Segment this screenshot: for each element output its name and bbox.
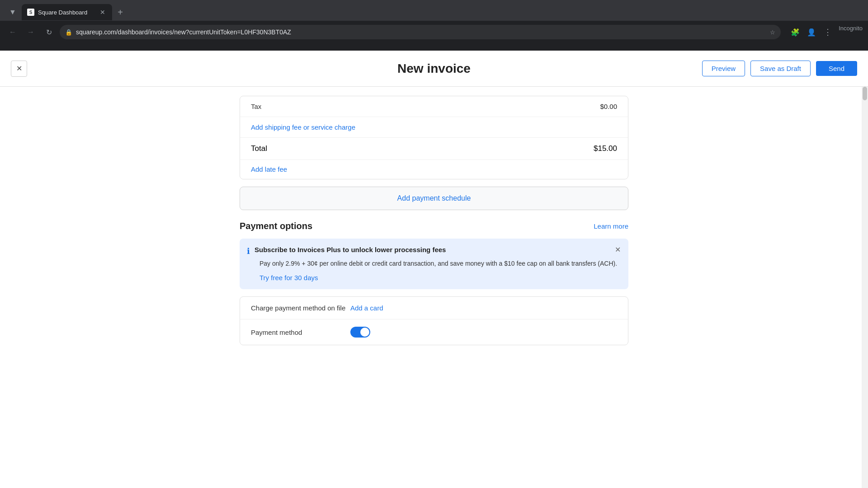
payment-method-toggle[interactable] [350, 327, 370, 338]
late-fee-row: Add late fee [240, 160, 628, 179]
add-payment-schedule-button[interactable]: Add payment schedule [240, 187, 628, 210]
preview-button[interactable]: Preview [702, 61, 745, 76]
incognito-label: Incognito [839, 25, 863, 39]
tax-row: Tax $0.00 [240, 96, 628, 117]
total-row: Total $15.00 [240, 138, 628, 160]
invoice-summary-card: Tax $0.00 Add shipping fee or service ch… [240, 96, 628, 179]
invoices-plus-banner: ℹ Subscribe to Invoices Plus to unlock l… [240, 239, 628, 289]
shipping-row: Add shipping fee or service charge [240, 117, 628, 138]
payment-card: Charge payment method on file Add a card… [240, 296, 628, 345]
tab-title: Square Dashboard [38, 9, 87, 16]
add-card-link[interactable]: Add a card [350, 304, 383, 312]
add-late-fee-link[interactable]: Add late fee [251, 165, 287, 173]
browser-chrome: ▼ S Square Dashboard ✕ + ← → ↻ 🔒 squareu… [0, 0, 868, 51]
add-shipping-link[interactable]: Add shipping fee or service charge [251, 123, 355, 131]
payment-options-header: Payment options Learn more [240, 221, 628, 231]
header-close-btn[interactable]: ✕ [11, 61, 27, 77]
bookmark-star-icon[interactable]: ☆ [770, 29, 775, 36]
save-draft-button[interactable]: Save as Draft [750, 61, 811, 76]
send-button[interactable]: Send [816, 61, 857, 76]
new-tab-btn[interactable]: + [114, 6, 127, 19]
tab-dropdown-btn[interactable]: ▼ [5, 5, 20, 19]
total-value: $15.00 [594, 144, 617, 153]
payment-method-label: Payment method [251, 328, 350, 336]
payment-options-title: Payment options [240, 221, 312, 231]
info-icon: ℹ [247, 246, 250, 256]
total-label: Total [251, 144, 267, 153]
main-content: Tax $0.00 Add shipping fee or service ch… [0, 87, 868, 488]
active-tab[interactable]: S Square Dashboard ✕ [22, 4, 112, 20]
banner-header: ℹ Subscribe to Invoices Plus to unlock l… [247, 246, 621, 256]
banner-body: Pay only 2.9% + 30¢ per online debit or … [247, 259, 621, 268]
tax-label: Tax [251, 103, 261, 110]
nav-icons: 🧩 👤 ⋮ Incognito [788, 25, 863, 39]
tab-favicon: S [27, 9, 34, 16]
content-area: Tax $0.00 Add shipping fee or service ch… [231, 87, 637, 363]
tax-value: $0.00 [600, 103, 617, 110]
extension-btn[interactable]: 🧩 [788, 25, 802, 39]
tab-close-btn[interactable]: ✕ [99, 8, 107, 16]
banner-title: Subscribe to Invoices Plus to unlock low… [255, 246, 446, 253]
payment-method-row: Payment method [240, 319, 628, 345]
browser-settings-btn[interactable]: ⋮ [821, 25, 835, 39]
back-btn[interactable]: ← [5, 25, 20, 39]
forward-btn[interactable]: → [24, 25, 38, 39]
reload-btn[interactable]: ↻ [42, 25, 56, 39]
app-container: ✕ New invoice Preview Save as Draft Send… [0, 51, 868, 488]
app-header: ✕ New invoice Preview Save as Draft Send [0, 51, 868, 87]
charge-payment-row: Charge payment method on file Add a card [240, 297, 628, 319]
url-text: squareup.com/dashboard/invoices/new?curr… [76, 28, 766, 36]
charge-payment-label: Charge payment method on file [251, 304, 350, 312]
address-bar[interactable]: 🔒 squareup.com/dashboard/invoices/new?cu… [60, 25, 781, 39]
header-actions: Preview Save as Draft Send [702, 61, 857, 76]
banner-cta: Try free for 30 days [247, 274, 621, 282]
browser-title-bar: ▼ S Square Dashboard ✕ + [0, 0, 868, 21]
learn-more-link[interactable]: Learn more [594, 222, 628, 230]
try-free-link[interactable]: Try free for 30 days [259, 274, 318, 282]
browser-nav-bar: ← → ↻ 🔒 squareup.com/dashboard/invoices/… [0, 21, 868, 43]
profile-btn[interactable]: 👤 [804, 25, 819, 39]
page-title: New invoice [397, 61, 471, 76]
toggle-knob [360, 328, 369, 337]
lock-icon: 🔒 [65, 29, 72, 36]
banner-close-btn[interactable]: ✕ [612, 244, 623, 255]
